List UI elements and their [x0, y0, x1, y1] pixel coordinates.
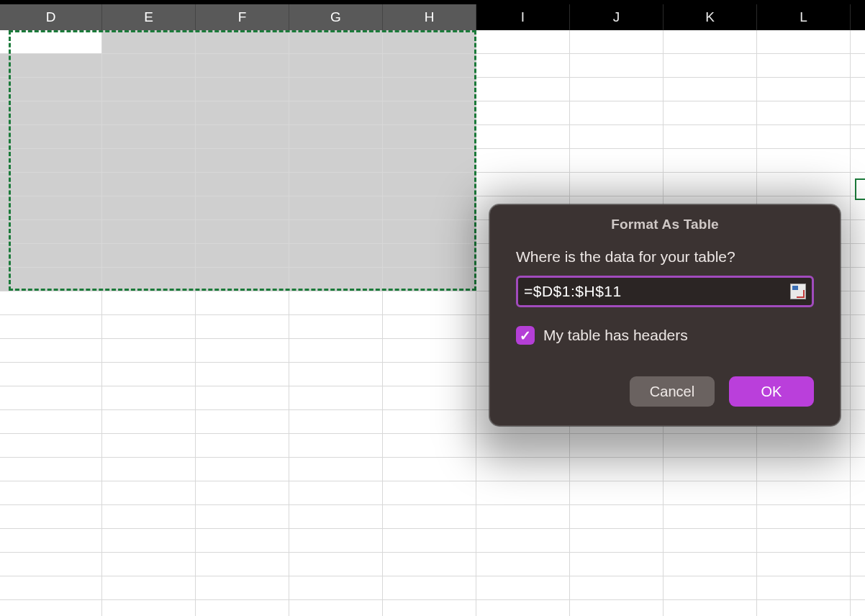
grid-cell[interactable] [664, 54, 757, 78]
column-header-G[interactable]: G [289, 4, 383, 30]
range-picker-icon[interactable] [790, 284, 806, 299]
grid-cell[interactable] [289, 30, 383, 54]
grid-cell[interactable] [757, 576, 851, 600]
grid-cell[interactable] [664, 600, 757, 616]
grid-cell[interactable] [757, 101, 851, 125]
grid-cell[interactable] [570, 30, 664, 54]
grid-cell[interactable] [570, 173, 664, 196]
grid-cell[interactable] [0, 481, 102, 505]
grid-cell[interactable] [476, 553, 570, 576]
grid-cell[interactable] [476, 54, 570, 78]
grid-cell[interactable] [0, 173, 102, 196]
grid-cell[interactable] [102, 173, 196, 196]
grid-cell[interactable] [0, 505, 102, 529]
grid-cell[interactable] [570, 529, 664, 553]
grid-cell[interactable] [664, 458, 757, 481]
grid-cell[interactable] [851, 410, 865, 434]
grid-cell[interactable] [0, 386, 102, 410]
grid-cell[interactable] [102, 458, 196, 481]
grid-cell[interactable] [102, 291, 196, 315]
grid-cell[interactable] [0, 220, 102, 244]
grid-cell[interactable] [664, 529, 757, 553]
grid-cell[interactable] [383, 125, 476, 149]
ok-button[interactable]: OK [729, 376, 814, 407]
grid-cell[interactable] [851, 315, 865, 339]
grid-cell[interactable] [196, 481, 289, 505]
column-header-L[interactable]: L [757, 4, 851, 30]
grid-cell[interactable] [196, 315, 289, 339]
column-header-J[interactable]: J [570, 4, 664, 30]
grid-cell[interactable] [196, 339, 289, 363]
grid-cell[interactable] [570, 600, 664, 616]
grid-cell[interactable] [289, 576, 383, 600]
grid-cell[interactable] [851, 125, 865, 149]
grid-cell[interactable] [757, 529, 851, 553]
grid-cell[interactable] [476, 481, 570, 505]
grid-cell[interactable] [196, 505, 289, 529]
column-header-E[interactable]: E [102, 4, 196, 30]
grid-cell[interactable] [383, 481, 476, 505]
grid-cell[interactable] [196, 30, 289, 54]
grid-cell[interactable] [289, 173, 383, 196]
grid-cell[interactable] [383, 78, 476, 101]
column-header-I[interactable]: I [476, 4, 570, 30]
grid-cell[interactable] [664, 576, 757, 600]
grid-cell[interactable] [102, 244, 196, 268]
grid-cell[interactable] [289, 125, 383, 149]
grid-cell[interactable] [383, 553, 476, 576]
grid-cell[interactable] [383, 315, 476, 339]
grid-cell[interactable] [570, 101, 664, 125]
grid-cell[interactable] [757, 458, 851, 481]
grid-cell[interactable] [196, 149, 289, 173]
headers-checkbox[interactable]: ✓ [516, 326, 535, 345]
grid-cell[interactable] [196, 78, 289, 101]
grid-cell[interactable] [196, 101, 289, 125]
cancel-button[interactable]: Cancel [630, 376, 715, 407]
grid-cell[interactable] [289, 434, 383, 458]
grid-cell[interactable] [102, 505, 196, 529]
grid-cell[interactable] [570, 505, 664, 529]
grid-cell[interactable] [664, 553, 757, 576]
grid-cell[interactable] [196, 196, 289, 220]
grid-cell[interactable] [196, 244, 289, 268]
grid-cell[interactable] [0, 600, 102, 616]
grid-cell[interactable] [196, 529, 289, 553]
grid-cell[interactable] [196, 553, 289, 576]
grid-cell[interactable] [196, 220, 289, 244]
grid-cell[interactable] [851, 363, 865, 386]
grid-cell[interactable] [757, 600, 851, 616]
grid-cell[interactable] [570, 78, 664, 101]
grid-cell[interactable] [196, 576, 289, 600]
grid-cell[interactable] [757, 553, 851, 576]
grid-cell[interactable] [851, 458, 865, 481]
grid-cell[interactable] [289, 363, 383, 386]
grid-cell[interactable] [289, 339, 383, 363]
grid-cell[interactable] [0, 125, 102, 149]
range-input[interactable] [524, 283, 790, 300]
grid-cell[interactable] [289, 386, 383, 410]
grid-cell[interactable] [102, 315, 196, 339]
grid-cell[interactable] [570, 125, 664, 149]
grid-cell[interactable] [289, 291, 383, 315]
grid-cell[interactable] [570, 149, 664, 173]
grid-cell[interactable] [102, 220, 196, 244]
column-header-F[interactable]: F [196, 4, 289, 30]
grid-cell[interactable] [383, 363, 476, 386]
column-header-H[interactable]: H [383, 4, 476, 30]
grid-cell[interactable] [102, 481, 196, 505]
grid-cell[interactable] [102, 529, 196, 553]
grid-cell[interactable] [383, 54, 476, 78]
headers-checkbox-row[interactable]: ✓ My table has headers [516, 326, 814, 345]
grid-cell[interactable] [476, 149, 570, 173]
grid-cell[interactable] [476, 30, 570, 54]
grid-cell[interactable] [383, 149, 476, 173]
grid-cell[interactable] [476, 173, 570, 196]
grid-cell[interactable] [570, 553, 664, 576]
grid-cell[interactable] [0, 78, 102, 101]
grid-cell[interactable] [757, 173, 851, 196]
grid-cell[interactable] [851, 30, 865, 54]
grid-cell[interactable] [383, 600, 476, 616]
grid-cell[interactable] [102, 149, 196, 173]
grid-cell[interactable] [851, 54, 865, 78]
grid-cell[interactable] [570, 54, 664, 78]
